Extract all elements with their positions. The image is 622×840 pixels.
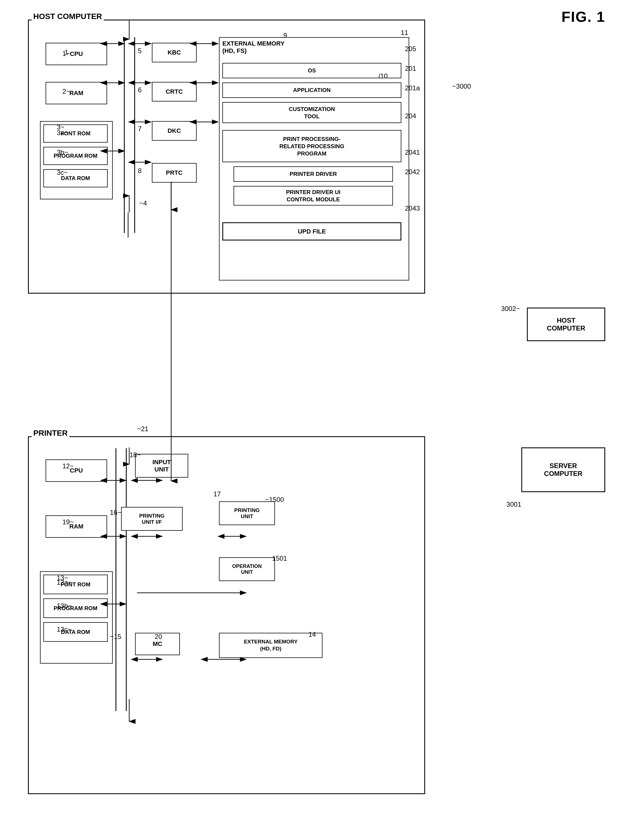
label-6: 6 (138, 86, 142, 94)
label-205: 205 (405, 45, 416, 53)
pr-font-rom: FONT ROM (43, 575, 108, 594)
label-3002: 3002~ (501, 305, 520, 313)
label-4: ~4 (139, 199, 147, 207)
label-9: 9 (283, 32, 287, 40)
pr-label-18: 18~ (130, 451, 141, 459)
pr-label-19: 19~ (63, 518, 74, 526)
label-2041: 2041 (405, 149, 420, 156)
hc-print-proc-box: PRINT PROCESSING-RELATED PROCESSINGPROGR… (223, 130, 401, 162)
right-host-computer-label: HOSTCOMPUTER (547, 317, 585, 332)
hc-ram-box: RAM (46, 82, 107, 104)
host-computer-label: HOST COMPUTER (32, 12, 104, 21)
pr-extmem-box: EXTERNAL MEMORY(HD, FD) (219, 633, 322, 658)
label-204: 204 (405, 112, 416, 120)
hc-rom-outer: FONT ROM PROGRAM ROM DATA ROM (40, 121, 113, 199)
hc-prog-rom: PROGRAM ROM (43, 147, 108, 165)
hc-upd-file-box: UPD FILE (223, 222, 401, 240)
label-21: ~21 (137, 425, 148, 433)
pr-cpu-box: CPU (46, 460, 107, 482)
label-3000: ~3000 (452, 82, 471, 90)
fig-title: FIG. 1 (562, 8, 605, 25)
pr-prog-rom: PROGRAM ROM (43, 598, 108, 618)
hc-extmem-title: EXTERNAL MEMORY(HD, FS) (223, 40, 284, 55)
pr-operation-unit-box: OPERATIONUNIT (219, 557, 275, 581)
label-8: 8 (138, 167, 142, 175)
hc-cpu-box: CPU (46, 43, 107, 65)
pr-label-13c: 13c~ (57, 625, 72, 633)
hc-data-rom: DATA ROM (43, 169, 108, 187)
right-host-computer-box: HOSTCOMPUTER (527, 307, 605, 341)
label-2-tilde: 2~ (63, 88, 70, 95)
printer-box: PRINTER CPU RAM FONT ROM PROGRAM ROM DAT… (28, 436, 425, 794)
label-5: 5 (138, 47, 142, 55)
pr-bus-line (116, 448, 127, 711)
label-3c: 3c~ (57, 169, 68, 177)
hc-dkc-box: DKC (152, 121, 197, 141)
label-201a: 201a (405, 84, 420, 92)
label-1-tilde: 1~ (63, 50, 70, 58)
label-2042: 2042 (405, 168, 420, 176)
server-computer-label: SERVERCOMPUTER (544, 462, 582, 478)
printer-label: PRINTER (32, 429, 69, 438)
hc-customization-box: CUSTOMIZATIONTOOL (223, 102, 401, 123)
pr-label-1501: 1501 (272, 554, 287, 562)
hc-application-box: APPLICATION (223, 82, 401, 98)
host-computer-box: HOST COMPUTER CPU RAM FONT ROM PROGRAM R… (28, 20, 425, 294)
hc-printer-driver-ui-box: PRINTER DRIVER UICONTROL MODULE (233, 186, 393, 205)
hc-crtc-box: CRTC (152, 82, 197, 102)
pr-label-14: 14 (308, 630, 316, 638)
pr-printing-unit-box: PRINTINGUNIT (219, 501, 275, 525)
pr-ram-box: RAM (46, 515, 107, 538)
label-7: 7 (138, 125, 142, 133)
label-2043: 2043 (405, 204, 420, 212)
label-201: 201 (405, 65, 416, 72)
pr-label-16: 16~ (110, 509, 121, 516)
server-computer-box: SERVERCOMPUTER (521, 447, 605, 492)
pr-label-15: ~15 (110, 633, 121, 641)
pr-label-13b: 13b~ (57, 602, 72, 610)
pr-label-1500: ~1500 (265, 496, 284, 504)
pr-label-20: 20 (155, 633, 162, 641)
pr-input-unit-box: INPUTUNIT (135, 454, 188, 478)
label-3001: 3001 (506, 501, 521, 508)
hc-kbc-box: KBC (152, 43, 197, 62)
label-11: 11 (401, 29, 408, 37)
hc-font-rom: FONT ROM (43, 125, 108, 143)
hc-bus-line (124, 37, 135, 233)
pr-rom-outer: FONT ROM PROGRAM ROM DATA ROM (40, 571, 113, 663)
hc-os-box: OS (223, 63, 401, 78)
hc-prtc-box: PRTC (152, 163, 197, 183)
pr-label-17: 17 (213, 490, 221, 498)
label-10: /10 (378, 72, 388, 80)
pr-data-rom: DATA ROM (43, 622, 108, 642)
pr-label-12: 12~ (63, 462, 74, 470)
pr-printing-if-box: PRINTINGUNIT I/F (121, 507, 183, 531)
pr-label-13a: 13a~ (57, 578, 72, 586)
hc-printer-driver-box: PRINTER DRIVER (233, 166, 393, 182)
label-3b: 3b~ (57, 149, 68, 156)
label-3a: 3a~ (57, 129, 68, 137)
